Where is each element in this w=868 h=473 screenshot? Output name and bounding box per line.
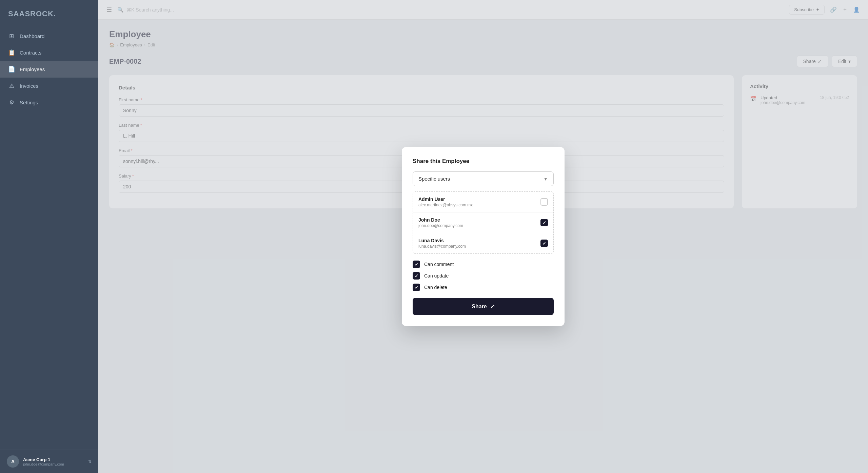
sidebar-nav: ⊞ Dashboard 📋 Contracts 📄 Employees ⚠ In… (0, 25, 98, 450)
user-checkbox-lunadavis[interactable] (540, 240, 548, 247)
share-btn-label: Share (472, 304, 487, 310)
employees-icon: 📄 (8, 66, 15, 73)
permission-update: Can update (413, 272, 554, 280)
user-name: Luna Davis (418, 238, 466, 243)
sidebar-footer-info: Acme Corp 1 john.doe@company.com (23, 457, 84, 466)
perm-delete-checkbox[interactable] (413, 284, 420, 291)
user-email: luna.davis@company.com (418, 244, 466, 249)
contracts-icon: 📋 (8, 49, 15, 56)
user-checkbox-johndoe[interactable] (540, 219, 548, 226)
company-name: Acme Corp 1 (23, 457, 84, 462)
dashboard-icon: ⊞ (8, 33, 15, 40)
user-email: john.doe@company.com (23, 462, 84, 466)
sidebar-item-dashboard[interactable]: ⊞ Dashboard (0, 28, 98, 44)
share-modal: Share this Employee Specific users ▼ Adm… (402, 147, 565, 326)
user-checkbox-admin[interactable] (540, 198, 548, 206)
invoices-icon: ⚠ (8, 82, 15, 89)
modal-overlay: Share this Employee Specific users ▼ Adm… (98, 0, 868, 473)
perm-comment-checkbox[interactable] (413, 261, 420, 268)
user-item-johndoe: John Doe john.doe@company.com (413, 212, 553, 233)
user-item-admin: Admin User alex.martinez@absys.com.mx (413, 192, 553, 212)
share-type-select[interactable]: Specific users ▼ (413, 171, 554, 186)
settings-icon: ⚙ (8, 99, 15, 106)
share-btn-icon: ⤢ (490, 303, 495, 310)
perm-delete-label: Can delete (424, 285, 447, 290)
sidebar-item-label: Contracts (20, 50, 41, 56)
sidebar: SAASROCK. ⊞ Dashboard 📋 Contracts 📄 Empl… (0, 0, 98, 473)
avatar: A (7, 455, 19, 468)
perm-comment-label: Can comment (424, 262, 454, 267)
main-content: ☰ 🔍 ⌘K Search anything... Subscribe ✦ 🔗 … (98, 0, 868, 473)
user-name: Admin User (418, 197, 473, 202)
sidebar-footer[interactable]: A Acme Corp 1 john.doe@company.com ⇅ (0, 450, 98, 473)
user-email: alex.martinez@absys.com.mx (418, 203, 473, 207)
sidebar-item-label: Employees (20, 66, 45, 72)
users-list: Admin User alex.martinez@absys.com.mx Jo… (413, 191, 554, 254)
selected-option: Specific users (418, 176, 450, 182)
permission-comment: Can comment (413, 261, 554, 268)
sidebar-item-settings[interactable]: ⚙ Settings (0, 94, 98, 111)
user-item-lunadavis: Luna Davis luna.davis@company.com (413, 233, 553, 253)
permission-delete: Can delete (413, 284, 554, 291)
app-logo: SAASROCK. (0, 0, 98, 25)
sidebar-item-label: Settings (20, 100, 38, 105)
perm-update-checkbox[interactable] (413, 272, 420, 280)
chevron-up-down-icon: ⇅ (88, 459, 92, 464)
sidebar-item-employees[interactable]: 📄 Employees (0, 61, 98, 78)
sidebar-item-invoices[interactable]: ⚠ Invoices (0, 78, 98, 94)
permissions-list: Can comment Can update Can delete (413, 261, 554, 291)
chevron-down-icon: ▼ (543, 176, 548, 182)
sidebar-item-label: Invoices (20, 83, 38, 89)
perm-update-label: Can update (424, 273, 449, 279)
user-name: John Doe (418, 217, 463, 223)
share-action-button[interactable]: Share ⤢ (413, 298, 554, 315)
sidebar-item-label: Dashboard (20, 33, 44, 39)
user-email: john.doe@company.com (418, 223, 463, 228)
modal-title: Share this Employee (413, 158, 554, 165)
sidebar-item-contracts[interactable]: 📋 Contracts (0, 44, 98, 61)
